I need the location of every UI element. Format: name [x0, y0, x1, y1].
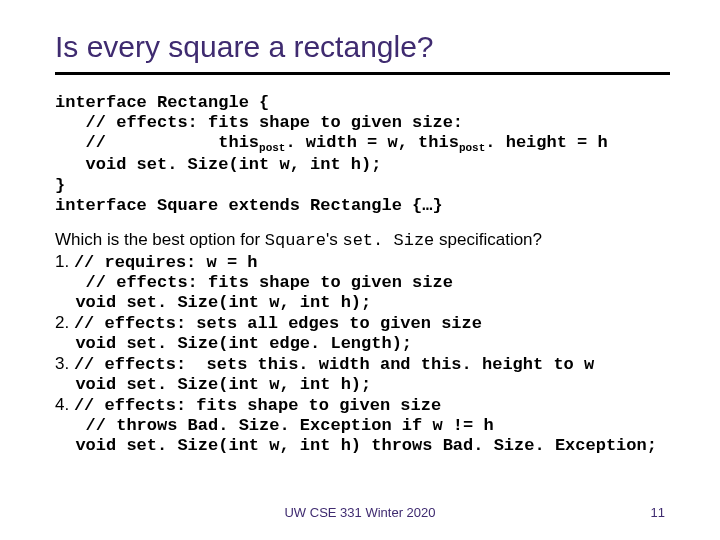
option-number: 3. — [55, 354, 74, 373]
brace: { — [249, 93, 269, 112]
question-part: specification? — [434, 230, 542, 249]
option-number: 4. — [55, 395, 74, 414]
code-line: // effects: fits shape to given size: — [55, 113, 463, 132]
option-line: // effects: sets all edges to given size — [74, 314, 482, 333]
slide-title: Is every square a rectangle? — [55, 30, 670, 64]
code-line: . height = h — [485, 133, 607, 152]
option-line: // effects: fits shape to given size — [74, 396, 441, 415]
option-line: void set. Size(int w, int h) throws Bad.… — [55, 436, 657, 455]
kw-extends: extends — [218, 196, 310, 215]
page-number: 11 — [651, 505, 665, 520]
code-line: } — [55, 176, 65, 195]
code-line: // this — [55, 133, 259, 152]
option-line: void set. Size(int w, int h); — [55, 375, 371, 394]
type-rectangle: Rectangle — [157, 93, 249, 112]
code-block: interface Rectangle { // effects: fits s… — [55, 93, 670, 216]
option-line: // requires: w = h — [74, 253, 258, 272]
footer-text: UW CSE 331 Winter 2020 — [0, 505, 720, 520]
question-part: 's — [326, 230, 342, 249]
code-line: {…} — [402, 196, 443, 215]
question-code: set. Size — [342, 231, 434, 250]
option-number: 1. — [55, 252, 74, 271]
type-square: Square — [157, 196, 218, 215]
option-line: void set. Size(int w, int h); — [55, 293, 371, 312]
title-rule — [55, 72, 670, 75]
slide-body: Is every square a rectangle? interface R… — [0, 0, 720, 456]
options-block: 1. // requires: w = h // effects: fits s… — [55, 252, 670, 456]
option-number: 2. — [55, 313, 74, 332]
code-line: . width = w, this — [285, 133, 458, 152]
subscript-post: post — [259, 142, 285, 154]
subscript-post: post — [459, 142, 485, 154]
question-part: Which is the best option for — [55, 230, 265, 249]
code-line: void set. Size(int w, int h); — [55, 155, 381, 174]
type-rectangle: Rectangle — [310, 196, 402, 215]
kw-interface: interface — [55, 196, 157, 215]
question-code: Square — [265, 231, 326, 250]
question-text: Which is the best option for Square's se… — [55, 230, 670, 250]
kw-interface: interface — [55, 93, 157, 112]
option-line: // effects: fits shape to given size — [55, 273, 453, 292]
option-line: void set. Size(int edge. Length); — [55, 334, 412, 353]
option-line: // throws Bad. Size. Exception if w != h — [55, 416, 494, 435]
option-line: // effects: sets this. width and this. h… — [74, 355, 594, 374]
